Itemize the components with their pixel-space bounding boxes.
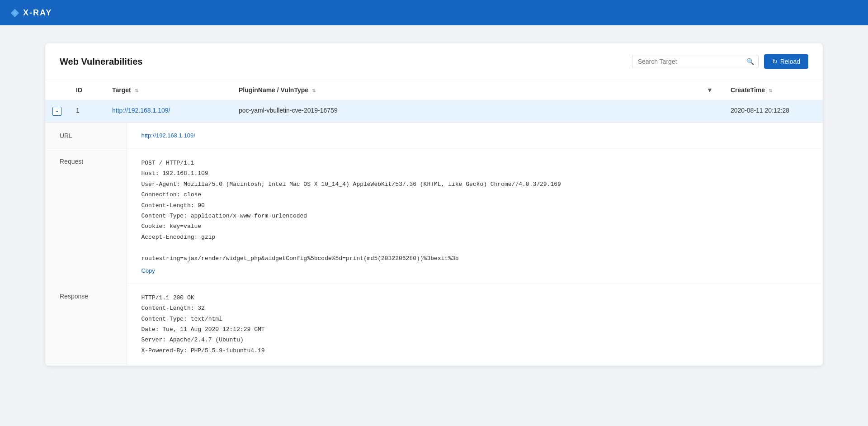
table-row: - 1 http://192.168.1.109/ poc-yaml-vbull… [45, 100, 823, 123]
reload-label: Reload [780, 58, 800, 65]
row-target: http://192.168.1.109/ [105, 100, 231, 123]
detail-response-row: Response HTTP/1.1 200 OK Content-Length:… [45, 283, 823, 365]
url-value: http://192.168.1.109/ [127, 123, 823, 149]
col-plugin: PluginName / VulnType ⇅ [231, 80, 696, 100]
target-link[interactable]: http://192.168.1.109/ [112, 107, 170, 114]
search-icon: 🔍 [746, 58, 754, 65]
response-body: HTTP/1.1 200 OK Content-Length: 32 Conte… [142, 293, 809, 356]
row-id: 1 [69, 100, 105, 123]
header-actions: 🔍 ↻ Reload [632, 54, 808, 69]
row-plugin: poc-yaml-vbulletin-cve-2019-16759 [231, 100, 696, 123]
filter-icon[interactable]: ▼ [707, 86, 713, 94]
table-header-row: ID Target ⇅ PluginName / VulnType ⇅ ▼ [45, 80, 823, 100]
response-label: Response [45, 283, 127, 365]
row-filter [696, 100, 723, 123]
app-logo: ◈ X-RAY [11, 7, 52, 19]
detail-cell: URL http://192.168.1.109/ Request [45, 123, 823, 366]
detail-row: URL http://192.168.1.109/ Request [45, 123, 823, 366]
request-body: POST / HTTP/1.1 Host: 192.168.1.109 User… [142, 158, 809, 264]
table-wrapper: ID Target ⇅ PluginName / VulnType ⇅ ▼ [45, 80, 823, 366]
target-sort-icon[interactable]: ⇅ [135, 88, 138, 93]
createtime-sort-icon[interactable]: ⇅ [769, 88, 772, 93]
col-target: Target ⇅ [105, 80, 231, 100]
card-header: Web Vulnerabilities 🔍 ↻ Reload [45, 43, 823, 80]
logo-icon: ◈ [11, 7, 19, 19]
card: Web Vulnerabilities 🔍 ↻ Reload [45, 43, 823, 366]
reload-button[interactable]: ↻ Reload [764, 54, 808, 69]
navbar: ◈ X-RAY [0, 0, 868, 25]
detail-panel: URL http://192.168.1.109/ Request [45, 123, 823, 365]
col-checkbox [45, 80, 69, 100]
detail-url-row: URL http://192.168.1.109/ [45, 123, 823, 149]
url-label: URL [45, 123, 127, 149]
app-name: X-RAY [23, 8, 52, 18]
request-value: POST / HTTP/1.1 Host: 192.168.1.109 User… [127, 149, 823, 284]
search-wrapper: 🔍 [632, 55, 759, 68]
vulnerabilities-table: ID Target ⇅ PluginName / VulnType ⇅ ▼ [45, 80, 823, 366]
expand-button[interactable]: - [52, 107, 61, 116]
detail-request-row: Request POST / HTTP/1.1 Host: 192.168.1.… [45, 149, 823, 284]
col-createtime: CreateTime ⇅ [723, 80, 823, 100]
col-id: ID [69, 80, 105, 100]
page-title: Web Vulnerabilities [60, 57, 142, 67]
copy-button[interactable]: Copy [142, 267, 155, 274]
main-content: Web Vulnerabilities 🔍 ↻ Reload [23, 43, 845, 366]
col-filter: ▼ [696, 80, 723, 100]
plugin-sort-icon[interactable]: ⇅ [312, 88, 316, 93]
response-value: HTTP/1.1 200 OK Content-Length: 32 Conte… [127, 283, 823, 365]
row-createtime: 2020-08-11 20:12:28 [723, 100, 823, 123]
detail-table: URL http://192.168.1.109/ Request [45, 123, 823, 365]
reload-icon: ↻ [772, 58, 778, 65]
request-label: Request [45, 149, 127, 284]
row-expand-cell: - [45, 100, 69, 123]
url-link[interactable]: http://192.168.1.109/ [142, 132, 195, 139]
search-input[interactable] [632, 55, 759, 68]
